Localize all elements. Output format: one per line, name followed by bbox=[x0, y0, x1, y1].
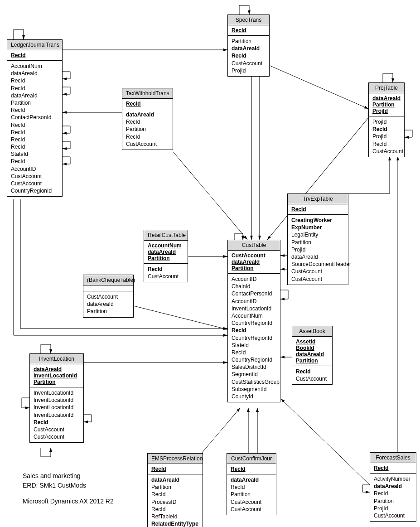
entity-attrs: dataAreaIdPartitionRecIdProcessIDRecIdRe… bbox=[148, 474, 203, 527]
entity-projtable: ProjTable dataAreaIdPartitionProjId Proj… bbox=[368, 82, 405, 157]
entity-trvexptable: TrvExpTable RecId CreatingWorkerExpNumbe… bbox=[287, 193, 348, 285]
entity-pk bbox=[83, 285, 133, 291]
entity-title: ProjTable bbox=[369, 83, 404, 93]
entity-attrs: CustAccountdataAreaIdPartition bbox=[83, 291, 133, 317]
entity-attrs: ActivityNumberdataAreaIdRecIdPartitionPr… bbox=[370, 474, 416, 521]
entity-pk: AssetIdBookIddataAreaIdPartition bbox=[292, 336, 332, 366]
entity-title: TrvExpTable bbox=[288, 194, 348, 204]
entity-attrs: RecIdCustAccount bbox=[144, 264, 188, 282]
entity-title: CustTable bbox=[228, 240, 280, 250]
entity-emsprocessrelation: EMSProcessRelation RecId dataAreaIdParti… bbox=[147, 453, 203, 527]
entity-assetbook: AssetBook AssetIdBookIddataAreaIdPartiti… bbox=[292, 326, 333, 385]
entity-forecastsales: ForecastSales RecId ActivityNumberdataAr… bbox=[370, 452, 416, 522]
entity-title: RetailCustTable bbox=[144, 230, 188, 240]
entity-pk: dataAreaIdInventLocationIdPartition bbox=[30, 364, 83, 387]
entity-pk: RecId bbox=[370, 463, 416, 474]
entity-title: SpecTrans bbox=[228, 15, 269, 25]
entity-pk: RecId bbox=[228, 25, 269, 36]
entity-taxwithholdtrans: TaxWithholdTrans RecId dataAreaIdRecIdPa… bbox=[122, 88, 173, 150]
entity-pk: RecId bbox=[288, 204, 348, 215]
caption-line: Microsoft Dynamics AX 2012 R2 bbox=[23, 497, 114, 506]
entity-pk: AccountNumdataAreaIdPartition bbox=[144, 240, 188, 264]
entity-title: ForecastSales bbox=[370, 453, 416, 463]
erd-relationship-lines bbox=[0, 0, 420, 527]
entity-pk: RecId bbox=[122, 98, 173, 109]
entity-spectrans: SpecTrans RecId PartitiondataAreaIdRecId… bbox=[227, 15, 270, 77]
entity-bankchequetable: (BankChequeTable) CustAccountdataAreaIdP… bbox=[83, 275, 134, 318]
entity-attrs: InventLocationIdInventLocationIdInventLo… bbox=[30, 387, 83, 442]
entity-attrs: CreatingWorkerExpNumberLegalEntityPartit… bbox=[288, 215, 348, 285]
entity-custtable: CustTable CustAccountdataAreaIdPartition… bbox=[227, 240, 280, 402]
entity-title: LedgerJournalTrans bbox=[7, 40, 62, 50]
entity-attrs: ProjIdRecIdProjIdRecIdCustAccount bbox=[369, 116, 404, 157]
entity-attrs: AccountIDChainIdContactPersonIdAccountID… bbox=[228, 274, 280, 402]
entity-title: InventLocation bbox=[30, 354, 83, 364]
entity-ledgerjournaltrans: LedgerJournalTrans RecId AccountNumdataA… bbox=[7, 39, 63, 197]
entity-title: TaxWithholdTrans bbox=[122, 88, 173, 98]
entity-attrs: AccountNumdataAreaIdRecIdRecIddataAreaId… bbox=[7, 61, 62, 196]
entity-title: EMSProcessRelation bbox=[148, 454, 203, 464]
caption-line: ERD: SMk1 CustMods bbox=[23, 481, 114, 490]
entity-attrs: dataAreaIdRecIdPartitionRecIdCustAccount bbox=[122, 109, 173, 150]
entity-attrs: RecIdCustAccount bbox=[292, 366, 332, 384]
entity-attrs: dataAreaIdRecIdPartitionCustAccountCustA… bbox=[227, 474, 276, 515]
caption-line: Sales and marketing bbox=[23, 471, 114, 481]
entity-attrs: PartitiondataAreaIdRecIdCustAccountProjI… bbox=[228, 36, 269, 76]
entity-custconfirmjour: CustConfirmJour RecId dataAreaIdRecIdPar… bbox=[227, 453, 276, 515]
entity-pk: RecId bbox=[227, 464, 276, 474]
entity-title: AssetBook bbox=[292, 326, 332, 336]
entity-inventlocation: InventLocation dataAreaIdInventLocationI… bbox=[29, 353, 84, 443]
diagram-caption: Sales and marketing ERD: SMk1 CustMods M… bbox=[23, 471, 114, 506]
entity-pk: RecId bbox=[148, 464, 203, 474]
entity-pk: CustAccountdataAreaIdPartition bbox=[228, 250, 280, 274]
entity-pk: dataAreaIdPartitionProjId bbox=[369, 93, 404, 116]
entity-pk: RecId bbox=[7, 50, 62, 61]
entity-title: (BankChequeTable) bbox=[83, 275, 133, 285]
entity-retailcusttable: RetailCustTable AccountNumdataAreaIdPart… bbox=[144, 230, 188, 282]
entity-title: CustConfirmJour bbox=[227, 454, 276, 464]
